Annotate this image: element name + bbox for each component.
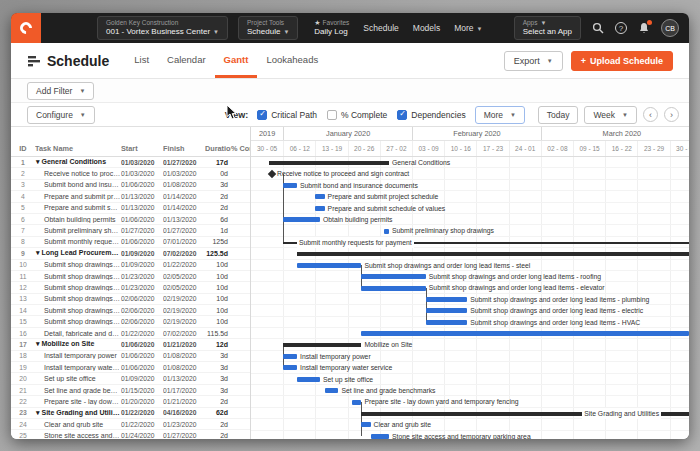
- company-project-selector[interactable]: Golden Key Construction 001 - Vortex Bus…: [97, 16, 228, 39]
- next-period-button[interactable]: ›: [664, 107, 679, 122]
- gantt-bar-task[interactable]: [426, 308, 467, 313]
- task-row[interactable]: 14Submit shop drawings and order long le…: [11, 305, 250, 316]
- column-task-name[interactable]: Task Name: [35, 144, 121, 153]
- notifications-bell-icon[interactable]: [638, 22, 650, 34]
- gantt-bar-task[interactable]: [315, 206, 324, 211]
- task-row[interactable]: 18Install temporary power01/06/202001/08…: [11, 351, 250, 362]
- task-row[interactable]: 19Install temporary water service01/06/2…: [11, 362, 250, 373]
- gantt-bar-summary[interactable]: [283, 343, 361, 347]
- task-row[interactable]: 17▾ Mobilize on Site01/06/202001/21/2020…: [11, 339, 250, 350]
- task-cell: 01/22/2020: [163, 261, 205, 268]
- gantt-bar-label: Clear and grub site: [374, 419, 431, 430]
- checkbox-unchecked-icon[interactable]: [327, 110, 337, 120]
- gantt-bar-task[interactable]: [283, 183, 297, 188]
- task-row[interactable]: 16Detail, fabricate and deliver long lea…: [11, 328, 250, 339]
- task-row[interactable]: 6Obtain building permits01/06/202001/13/…: [11, 214, 250, 225]
- task-cell: Obtain building permits: [35, 216, 121, 223]
- task-cell: Submit shop drawings and order long lead…: [35, 261, 121, 268]
- task-row[interactable]: 20Set up site office01/09/202001/13/2020…: [11, 373, 250, 384]
- tab-lookaheads[interactable]: Lookaheads: [257, 43, 327, 78]
- timeline-week: 27 - 02: [380, 141, 412, 156]
- task-row[interactable]: 2Receive notice to proceed and sign cont…: [11, 168, 250, 179]
- task-row[interactable]: 5Prepare and submit schedule of values01…: [11, 203, 250, 214]
- task-cell: 01/23/2020: [121, 273, 163, 280]
- gantt-bar-task[interactable]: [315, 194, 324, 199]
- timeline-week: 06 - 12: [283, 141, 315, 156]
- tab-calendar[interactable]: Calendar: [158, 43, 215, 78]
- gantt-bar-task[interactable]: [426, 320, 467, 325]
- checkbox-checked-icon[interactable]: [257, 110, 267, 120]
- task-cell: 01/14/2020: [163, 204, 205, 211]
- gantt-bar-summary[interactable]: [297, 252, 689, 256]
- gantt-bar-task[interactable]: [361, 286, 425, 291]
- task-row[interactable]: 24Clear and grub site01/22/202001/23/202…: [11, 419, 250, 430]
- more-options-button[interactable]: More▼: [475, 106, 525, 124]
- task-cell: 01/06/2020: [121, 341, 163, 348]
- task-row[interactable]: 21Set line and grade benchmarks01/15/202…: [11, 385, 250, 396]
- gantt-bar-task[interactable]: [325, 388, 339, 393]
- search-icon[interactable]: [592, 22, 604, 34]
- today-button[interactable]: Today: [538, 106, 579, 124]
- gantt-bar-task[interactable]: [384, 229, 389, 234]
- task-cell: 01/08/2020: [163, 352, 205, 359]
- gantt-bar-task[interactable]: [297, 263, 361, 268]
- task-row[interactable]: 9▾ Long Lead Procurement01/09/202007/02/…: [11, 248, 250, 259]
- nav-link-schedule[interactable]: Schedule: [363, 23, 398, 33]
- gantt-bar-task[interactable]: [361, 422, 370, 427]
- column-id[interactable]: ID: [11, 144, 35, 153]
- column-start[interactable]: Start: [121, 144, 163, 153]
- help-icon[interactable]: ?: [615, 22, 627, 34]
- gantt-bar-task[interactable]: [283, 217, 320, 222]
- checkbox-checked-icon[interactable]: [397, 110, 407, 120]
- tab-gantt[interactable]: Gantt: [215, 43, 258, 78]
- configure-button[interactable]: Configure▼: [27, 106, 95, 124]
- task-row[interactable]: 13Submit shop drawings and order long le…: [11, 294, 250, 305]
- view-checkbox-complete[interactable]: % Complete: [327, 110, 387, 120]
- task-row[interactable]: 25Stone site access and temporary parkin…: [11, 430, 250, 439]
- task-row[interactable]: 12Submit shop drawings and order long le…: [11, 282, 250, 293]
- task-row[interactable]: 23▾ Site Grading and Utilities01/22/2020…: [11, 408, 250, 419]
- view-checkbox-critical-path[interactable]: Critical Path: [257, 110, 317, 120]
- task-row[interactable]: 3Submit bond and insurance documents01/0…: [11, 180, 250, 191]
- project-tools-selector[interactable]: Project Tools Schedule▼: [238, 16, 298, 39]
- gantt-bar-task[interactable]: [297, 377, 320, 382]
- task-row[interactable]: 8Submit monthly requests for payment01/0…: [11, 237, 250, 248]
- range-select[interactable]: Week▼: [584, 106, 637, 124]
- favorite-daily-log[interactable]: Daily Log: [314, 27, 349, 37]
- gantt-bar-task[interactable]: [361, 331, 689, 336]
- gantt-bar-task[interactable]: [283, 365, 297, 370]
- gantt-bar-task[interactable]: [283, 354, 297, 359]
- user-avatar[interactable]: CB: [661, 19, 679, 37]
- nav-link-models[interactable]: Models: [413, 23, 440, 33]
- gantt-bar-task[interactable]: [352, 400, 361, 405]
- column-finish[interactable]: Finish: [163, 144, 205, 153]
- chevron-down-icon: ▼: [477, 26, 483, 32]
- task-cell: 10d: [205, 273, 231, 280]
- task-row[interactable]: 22Prepare site - lay down yard and tempo…: [11, 396, 250, 407]
- task-cell: Submit shop drawings and order long lead…: [35, 273, 121, 280]
- timeline-week: 09 - 15: [573, 141, 605, 156]
- nav-more-menu[interactable]: More▼: [454, 23, 482, 33]
- task-cell: 25: [11, 432, 35, 439]
- upload-schedule-button[interactable]: +Upload Schedule: [571, 51, 673, 71]
- task-row[interactable]: 1▾ General Conditions01/03/202001/27/202…: [11, 157, 250, 168]
- procore-logo[interactable]: [11, 13, 41, 43]
- task-cell: 01/21/2020: [163, 398, 205, 405]
- gantt-bar-task[interactable]: [361, 274, 425, 279]
- gantt-bar-task[interactable]: [426, 297, 467, 302]
- column-percent-complete[interactable]: % Complete: [231, 144, 251, 153]
- gantt-bar-task[interactable]: [371, 434, 389, 439]
- add-filter-button[interactable]: Add Filter▼: [27, 82, 94, 100]
- task-row[interactable]: 15Submit shop drawings and order long le…: [11, 316, 250, 327]
- task-row[interactable]: 11Submit shop drawings and order long le…: [11, 271, 250, 282]
- apps-selector[interactable]: Apps▼ Select an App: [514, 16, 581, 40]
- view-checkbox-dependencies[interactable]: Dependencies: [397, 110, 465, 120]
- export-button[interactable]: Export▼: [504, 51, 563, 71]
- gantt-bar-summary[interactable]: [269, 161, 389, 165]
- task-row[interactable]: 7Submit preliminary shop drawings01/27/2…: [11, 225, 250, 236]
- task-row[interactable]: 4Prepare and submit project schedule01/1…: [11, 191, 250, 202]
- column-duration[interactable]: Duration: [205, 144, 231, 153]
- tab-list[interactable]: List: [125, 43, 158, 78]
- task-row[interactable]: 10Submit shop drawings and order long le…: [11, 260, 250, 271]
- prev-period-button[interactable]: ‹: [643, 107, 658, 122]
